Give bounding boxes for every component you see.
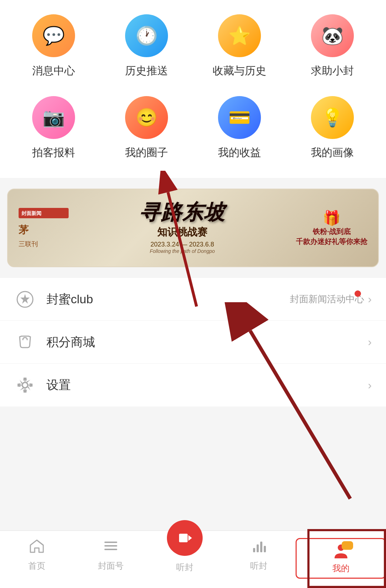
svg-rect-12 [257, 544, 259, 552]
fengmianhao-icon [103, 538, 119, 557]
icon-item-history[interactable]: 🕐 历史推送 [100, 14, 193, 78]
video-label: 听封 [176, 562, 193, 573]
banner-subtitle: 知识挑战赛 [69, 225, 296, 239]
banner-title: 寻路东坡 [69, 202, 296, 223]
listen-icon [251, 538, 267, 557]
camera-icon: 📷 [32, 96, 75, 139]
fengmian-logo: 封面新闻 [19, 208, 69, 218]
icon-item-message[interactable]: 💬 消息中心 [7, 14, 100, 78]
video-center-button[interactable] [167, 520, 203, 556]
portrait-icon: 💡 [311, 96, 354, 139]
banner-date: 2023.3.24 — 2023.6.8 [69, 241, 296, 248]
nav-item-home[interactable]: 首页 [0, 538, 74, 572]
shop-icon [14, 332, 36, 353]
portrait-label: 我的画像 [311, 145, 354, 160]
menu-list: 封蜜club 封面新闻活动中心 › 积分商城 › [0, 278, 386, 407]
svg-marker-10 [188, 535, 192, 541]
icon-item-earn[interactable]: 💳 我的收益 [193, 96, 286, 160]
banner-logos: 封面新闻 茅 三联刊 [19, 208, 69, 248]
menu-item-settings[interactable]: 设置 › [0, 364, 386, 407]
nav-item-video[interactable]: 听封 [148, 527, 222, 573]
icon-item-favorite[interactable]: ⭐ 收藏与历史 [193, 14, 286, 78]
club-badge [355, 290, 361, 297]
svg-rect-11 [253, 548, 255, 552]
history-icon: 🕐 [125, 14, 168, 57]
shop-right: › [368, 335, 372, 349]
club-right: 封面新闻活动中心 › [290, 293, 372, 306]
banner-english: Following the path of Dongpo [69, 248, 296, 254]
nav-item-fengmianhao[interactable]: 封面号 [74, 538, 148, 572]
svg-point-5 [23, 383, 28, 388]
earn-label: 我的收益 [218, 145, 261, 160]
svg-rect-7 [104, 545, 117, 547]
history-label: 历史推送 [125, 64, 168, 78]
listen-label: 听封 [250, 560, 267, 572]
promo-banner[interactable]: 封面新闻 茅 三联刊 寻路东坡 知识挑战赛 2023.3.24 — 2023.6… [7, 189, 379, 267]
menu-item-shop[interactable]: 积分商城 › [0, 321, 386, 364]
svg-rect-13 [260, 542, 262, 552]
icon-item-portrait[interactable]: 💡 我的画像 [286, 96, 379, 160]
svg-rect-9 [179, 534, 188, 542]
mine-badge [342, 541, 353, 550]
nav-item-mine[interactable]: 我的 [296, 538, 386, 579]
mine-label: 我的 [332, 563, 350, 574]
sanlian-sub: 三联刊 [19, 240, 69, 248]
gift-icon: 🎁 [296, 210, 367, 226]
club-sub-text: 封面新闻活动中心 [290, 293, 364, 305]
svg-marker-3 [20, 294, 30, 304]
settings-icon [14, 374, 36, 396]
shop-chevron: › [368, 335, 372, 349]
message-label: 消息中心 [32, 64, 75, 78]
sanlian-logo: 茅 [19, 223, 69, 237]
icon-item-circle[interactable]: 😊 我的圈子 [100, 96, 193, 160]
banner-prize: 🎁 铁粉·战到底千款办迷好礼等你来抢 [296, 210, 367, 246]
settings-chevron: › [368, 379, 372, 392]
camera-label: 拍客报料 [32, 145, 75, 160]
club-chevron: › [368, 293, 372, 306]
circle-icon: 😊 [125, 96, 168, 139]
nav-item-listen[interactable]: 听封 [222, 538, 296, 572]
home-label: 首页 [28, 560, 45, 572]
settings-right: › [368, 379, 372, 392]
bottom-navigation: 首页 封面号 听封 [0, 530, 386, 588]
help-icon: 🐼 [311, 14, 354, 57]
svg-rect-14 [264, 546, 266, 552]
icon-grid: 💬 消息中心 🕐 历史推送 ⭐ 收藏与历史 🐼 求助小封 📷 拍客报料 😊 我的… [0, 0, 386, 178]
earn-icon: 💳 [218, 96, 261, 139]
home-icon [29, 538, 45, 557]
banner-prize-text: 铁粉·战到底千款办迷好礼等你来抢 [296, 226, 367, 246]
icon-item-help[interactable]: 🐼 求助小封 [286, 14, 379, 78]
settings-label: 设置 [46, 377, 368, 393]
message-icon: 💬 [32, 14, 75, 57]
help-label: 求助小封 [311, 64, 354, 78]
favorite-icon: ⭐ [218, 14, 261, 57]
circle-label: 我的圈子 [125, 145, 168, 160]
svg-rect-8 [104, 549, 117, 550]
svg-rect-16 [344, 542, 351, 547]
fengmianhao-label: 封面号 [98, 560, 124, 572]
favorite-label: 收藏与历史 [213, 64, 266, 78]
mine-icon-wrapper [333, 543, 349, 560]
club-icon [14, 289, 36, 310]
svg-rect-6 [104, 542, 117, 543]
club-label: 封蜜club [46, 291, 290, 308]
menu-item-club[interactable]: 封蜜club 封面新闻活动中心 › [0, 278, 386, 321]
shop-label: 积分商城 [46, 334, 368, 350]
banner-main-text: 寻路东坡 知识挑战赛 2023.3.24 — 2023.6.8 Followin… [69, 202, 296, 254]
icon-item-camera[interactable]: 📷 拍客报料 [7, 96, 100, 160]
svg-marker-17 [346, 547, 349, 548]
